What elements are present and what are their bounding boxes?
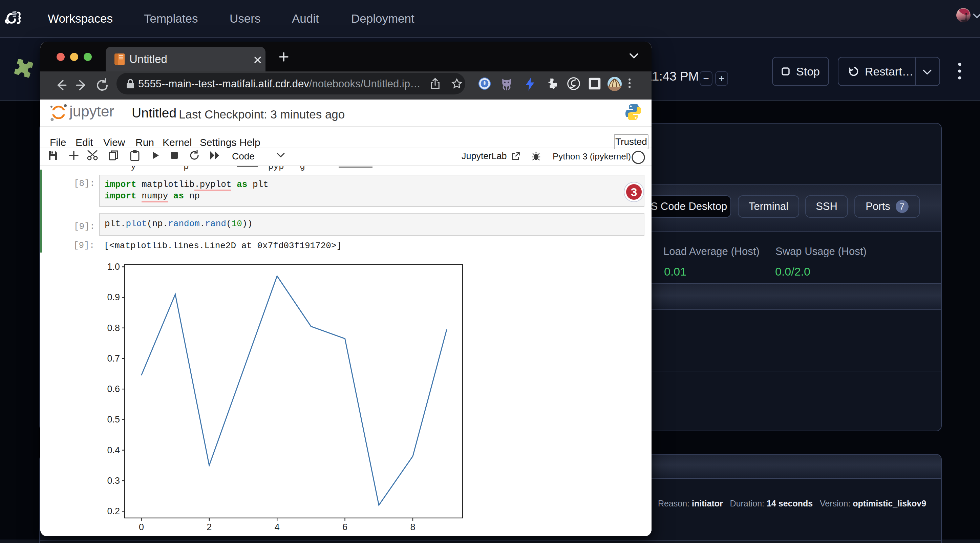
svg-text:0.9: 0.9 [107, 292, 120, 302]
svg-text:4: 4 [275, 522, 280, 532]
svg-text:1.0: 1.0 [107, 262, 120, 272]
svg-text:0.5: 0.5 [107, 414, 120, 424]
svg-text:6: 6 [342, 522, 347, 532]
svg-text:3: 3 [631, 186, 637, 198]
svg-text:0.4: 0.4 [107, 445, 120, 455]
svg-text:0.8: 0.8 [107, 323, 120, 333]
svg-text:0.2: 0.2 [107, 506, 120, 516]
svg-text:0.3: 0.3 [107, 476, 120, 486]
svg-text:0.7: 0.7 [107, 353, 120, 364]
svg-text:0: 0 [139, 522, 144, 532]
svg-text:0.6: 0.6 [107, 384, 120, 394]
svg-text:2: 2 [207, 522, 212, 532]
svg-text:8: 8 [410, 522, 415, 532]
